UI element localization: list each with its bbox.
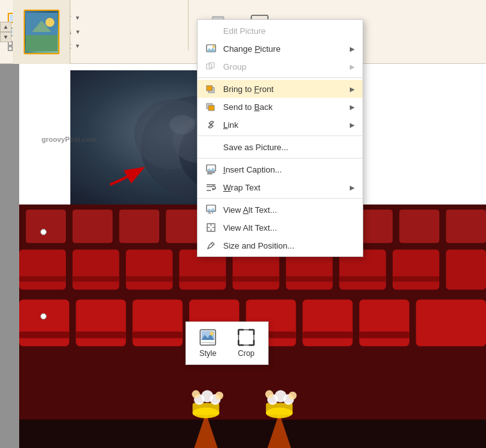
svg-rect-102 xyxy=(208,105,214,111)
svg-rect-127 xyxy=(239,330,254,345)
send-to-back-arrow: ▶ xyxy=(350,104,355,111)
scroll-down-button[interactable]: ▼ xyxy=(0,32,12,42)
send-to-back-label: Send to Back xyxy=(223,102,343,112)
svg-rect-58 xyxy=(233,276,279,281)
svg-rect-52 xyxy=(393,250,439,290)
menu-item-view-alt-text[interactable]: ALT View Alt Text... xyxy=(198,201,363,219)
link-icon xyxy=(205,119,217,130)
menu-item-size-position[interactable]: View Alt Text... xyxy=(198,219,363,236)
send-to-back-icon xyxy=(205,101,217,112)
svg-rect-47 xyxy=(126,250,173,290)
svg-rect-70 xyxy=(19,332,69,338)
svg-rect-76 xyxy=(359,332,409,338)
view-alt-text-label: View Alt Text... xyxy=(223,205,355,215)
style-label: Style xyxy=(200,349,217,358)
group-label: Group xyxy=(223,62,343,72)
insert-caption-label: Insert Caption... xyxy=(223,165,355,174)
svg-rect-54 xyxy=(19,276,66,281)
edit-picture-label: Edit Picture xyxy=(223,26,355,36)
context-menu: Edit Picture Change Picture ▶ Group ▶ xyxy=(197,19,363,257)
thumbnail-strip xyxy=(13,0,70,64)
menu-item-wrap-text[interactable]: Wrap Text ▶ xyxy=(198,178,363,196)
svg-rect-53 xyxy=(446,250,486,290)
format-picture-label: Size and Position... xyxy=(223,241,355,251)
save-as-picture-label: Save as Picture... xyxy=(223,143,355,152)
svg-line-120 xyxy=(211,243,213,245)
svg-point-85 xyxy=(216,392,224,400)
svg-rect-57 xyxy=(179,276,226,281)
link-label: Link xyxy=(223,120,343,130)
style-icon xyxy=(199,328,217,346)
group-arrow: ▶ xyxy=(350,63,355,70)
svg-rect-69 xyxy=(416,300,487,346)
menu-item-format-picture[interactable]: Size and Position... xyxy=(198,236,363,254)
wrap-text-label: Wrap Text xyxy=(223,183,343,192)
insert-caption-icon xyxy=(205,164,217,175)
svg-point-93 xyxy=(288,392,297,400)
svg-marker-95 xyxy=(207,47,216,52)
picture-thumbnail[interactable] xyxy=(24,10,59,54)
separator-4 xyxy=(198,198,363,199)
svg-rect-60 xyxy=(340,276,386,281)
menu-item-save-as-picture[interactable]: Save as Picture... xyxy=(198,138,363,156)
scroll-nav: ▲ ▼ xyxy=(0,0,13,64)
toolbar-style-button[interactable]: Style xyxy=(194,326,222,360)
red-arrow-annotation xyxy=(102,158,153,190)
svg-rect-44 xyxy=(446,210,486,243)
menu-item-send-to-back[interactable]: Send to Back ▶ xyxy=(198,98,363,116)
bring-to-front-arrow: ▶ xyxy=(350,86,355,93)
scroll-up-button[interactable]: ▲ xyxy=(0,22,12,32)
change-picture-arrow: ▶ xyxy=(350,45,355,52)
picture-layout-arrow: ▼ xyxy=(75,43,81,49)
svg-text:ALT: ALT xyxy=(208,211,214,215)
bring-to-front-icon xyxy=(205,83,217,95)
view-alt-text-icon: ALT xyxy=(205,204,217,215)
edit-picture-icon xyxy=(205,25,217,36)
group-icon xyxy=(205,61,217,72)
svg-point-92 xyxy=(265,390,274,399)
svg-rect-63 xyxy=(76,300,126,346)
menu-item-bring-to-front[interactable]: Bring to Front ▶ xyxy=(198,80,363,98)
bring-to-front-label: Bring to Front xyxy=(223,84,343,94)
change-picture-label: Change Picture xyxy=(223,44,343,54)
svg-rect-43 xyxy=(399,210,439,243)
svg-point-3 xyxy=(45,18,54,27)
selection-handle-left-bottom[interactable] xyxy=(40,313,47,320)
svg-rect-71 xyxy=(76,332,126,338)
selection-handle-left-top[interactable] xyxy=(40,229,47,235)
svg-rect-68 xyxy=(359,300,409,346)
picture-border-arrow: ▼ xyxy=(75,15,81,21)
menu-item-insert-caption[interactable]: Insert Caption... xyxy=(198,160,363,178)
link-arrow: ▶ xyxy=(350,121,355,128)
menu-item-link[interactable]: Link ▶ xyxy=(198,116,363,134)
menu-item-group[interactable]: Group ▶ xyxy=(198,58,363,75)
watermark: groovyPost.com xyxy=(42,135,97,143)
svg-rect-56 xyxy=(126,276,173,281)
separator-3 xyxy=(198,158,363,158)
svg-rect-45 xyxy=(19,250,66,290)
save-as-picture-icon xyxy=(205,141,217,153)
crop-icon xyxy=(237,328,255,346)
separator-2 xyxy=(198,135,363,136)
svg-point-96 xyxy=(212,45,215,48)
svg-point-84 xyxy=(192,390,200,399)
svg-rect-61 xyxy=(393,276,439,281)
menu-item-edit-picture[interactable]: Edit Picture xyxy=(198,22,363,40)
svg-rect-46 xyxy=(72,250,119,290)
floating-toolbar: Style Crop xyxy=(185,321,269,365)
svg-rect-62 xyxy=(19,300,69,346)
svg-rect-67 xyxy=(302,300,352,346)
svg-rect-59 xyxy=(286,276,333,281)
wrap-text-arrow: ▶ xyxy=(350,184,355,191)
svg-rect-55 xyxy=(72,276,119,281)
svg-rect-35 xyxy=(26,210,66,243)
svg-rect-1 xyxy=(26,35,58,51)
svg-rect-64 xyxy=(132,300,182,346)
svg-rect-37 xyxy=(119,210,159,243)
menu-item-change-picture[interactable]: Change Picture ▶ xyxy=(198,40,363,58)
size-position-icon xyxy=(205,222,217,233)
toolbar-crop-button[interactable]: Crop xyxy=(232,326,260,360)
size-position-label: View Alt Text... xyxy=(223,223,355,233)
separator-1 xyxy=(198,77,363,78)
svg-point-23 xyxy=(169,115,195,134)
